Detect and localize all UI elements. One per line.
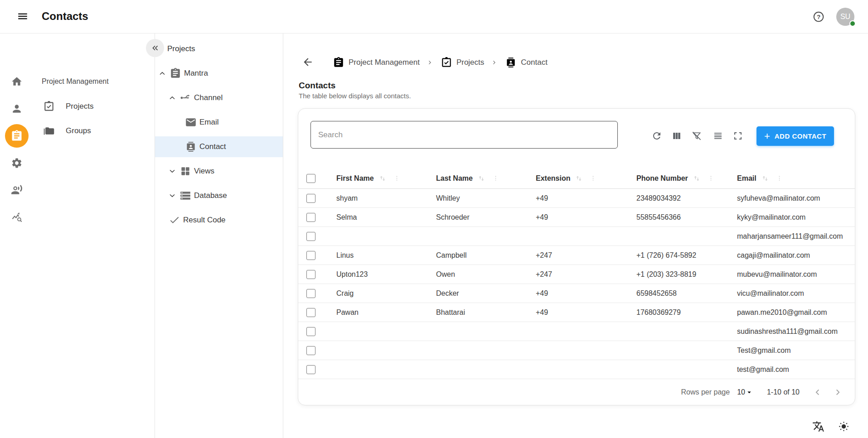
table-cell: sudinashrestha111@gmail.com: [729, 327, 855, 336]
row-checkbox[interactable]: [306, 232, 315, 241]
avatar[interactable]: SU: [836, 8, 854, 26]
tree-item-database[interactable]: Database: [155, 185, 283, 206]
table-cell: Schroeder: [428, 213, 528, 221]
sort-icon[interactable]: [379, 175, 386, 182]
check-icon: [169, 214, 180, 226]
tree-item-label: Views: [194, 167, 214, 176]
column-label: First Name: [336, 174, 374, 183]
search-input[interactable]: [310, 121, 618, 149]
row-checkbox[interactable]: [306, 365, 315, 374]
table-cell: Owen: [428, 270, 528, 279]
folders-icon: [43, 125, 55, 137]
fullscreen-button[interactable]: [730, 128, 746, 144]
rail-button-person[interactable]: [5, 97, 29, 120]
rail-button-home[interactable]: [5, 70, 29, 93]
top-app-bar: Contacts ? SU: [0, 0, 868, 34]
brightness-button[interactable]: [834, 417, 853, 435]
help-button[interactable]: ?: [810, 9, 827, 25]
sort-icon[interactable]: [693, 175, 700, 182]
kebab-icon[interactable]: [393, 175, 400, 182]
plus-icon: +: [764, 131, 770, 141]
menu-icon: [17, 10, 29, 22]
kebab-icon[interactable]: [708, 175, 714, 182]
filter-off-button[interactable]: [689, 128, 704, 144]
table-cell: Selma: [328, 213, 428, 221]
table-cell: vicu@mailinator.com: [729, 289, 855, 298]
tree-item-email[interactable]: Email: [155, 112, 283, 133]
table-cell: Campbell: [428, 251, 528, 260]
tree-item-result-code[interactable]: Result Code: [155, 210, 283, 231]
tree-item-mantra[interactable]: Mantra: [155, 63, 283, 84]
density-button[interactable]: [710, 128, 726, 144]
tree-item-label: Mantra: [184, 69, 208, 78]
kebab-icon[interactable]: [776, 175, 783, 182]
column-label: Phone Number: [636, 174, 688, 183]
table-footer: Rows per page 10 1-10 of 10: [298, 379, 855, 405]
refresh-button[interactable]: [649, 128, 664, 144]
rail-button-settings[interactable]: [5, 151, 29, 175]
sort-icon[interactable]: [575, 175, 582, 182]
column-header-last-name: Last Name: [428, 174, 528, 183]
collapse-panel-button[interactable]: [146, 39, 164, 57]
table-row: SelmaSchroeder+4955855456366kyky@mailina…: [298, 208, 855, 227]
sort-icon[interactable]: [761, 175, 769, 182]
rows-per-page-select[interactable]: 10: [737, 388, 753, 396]
column-label: Extension: [536, 174, 570, 183]
menu-button[interactable]: [14, 8, 32, 26]
breadcrumb-item-projects[interactable]: Projects: [441, 57, 484, 68]
breadcrumb-label: Contact: [521, 58, 548, 67]
sidebar-item-groups[interactable]: Groups: [33, 120, 155, 142]
select-all-checkbox[interactable]: [306, 174, 315, 183]
translate-icon: [812, 420, 824, 433]
tree-item-label: Channel: [194, 93, 223, 102]
rail-button-voice-over[interactable]: [5, 178, 29, 202]
table-row: sudinashrestha111@gmail.com: [298, 322, 855, 341]
contact-card-icon: [505, 57, 517, 68]
settings-icon: [11, 157, 23, 169]
kebab-icon[interactable]: [492, 175, 499, 182]
kebab-icon[interactable]: [590, 175, 596, 182]
page-prev-icon: [813, 387, 823, 397]
next-page-button[interactable]: [831, 386, 844, 399]
row-checkbox[interactable]: [306, 213, 315, 222]
rail-button-query-stats[interactable]: [5, 206, 29, 229]
row-checkbox[interactable]: [306, 194, 315, 203]
chevron-up-icon[interactable]: [167, 92, 178, 103]
row-checkbox[interactable]: [306, 270, 315, 279]
row-checkbox[interactable]: [306, 327, 315, 336]
table-cell: 55855456366: [628, 213, 729, 221]
tree-item-contact[interactable]: Contact: [155, 136, 283, 157]
table-cell: syfuheva@mailinator.com: [729, 194, 855, 202]
translate-button[interactable]: [809, 417, 827, 435]
chevron-up-icon[interactable]: [157, 68, 168, 79]
row-checkbox[interactable]: [306, 346, 315, 355]
tree-item-channel[interactable]: Channel: [155, 87, 283, 108]
back-button[interactable]: [299, 53, 317, 72]
contacts-card: + ADD CONTACT First NameLast NameExtensi…: [298, 108, 855, 405]
checklist-icon: [43, 101, 55, 112]
chevron-down-icon[interactable]: [167, 190, 178, 201]
chevron-down-icon[interactable]: [167, 166, 178, 177]
rail-button-clipboard[interactable]: [5, 124, 29, 148]
sidebar-item-projects[interactable]: Projects: [33, 96, 155, 117]
table-row: CraigDecker+496598452658vicu@mailinator.…: [298, 284, 855, 303]
collapse-icon: [150, 43, 160, 53]
tree-item-label: Email: [199, 118, 219, 127]
row-checkbox[interactable]: [306, 308, 315, 317]
brightness-icon: [838, 420, 850, 433]
sidebar-item-label: Projects: [66, 102, 93, 111]
previous-page-button[interactable]: [811, 386, 824, 399]
view-columns-button[interactable]: [669, 128, 684, 144]
table-header: First NameLast NameExtensionPhone Number…: [298, 168, 855, 189]
breadcrumb-item-contact[interactable]: Contact: [505, 57, 548, 68]
table-cell: 6598452658: [628, 289, 729, 298]
tree-panel-title: Projects: [167, 44, 195, 53]
row-checkbox[interactable]: [306, 251, 315, 260]
row-checkbox[interactable]: [306, 289, 315, 298]
add-contact-button[interactable]: + ADD CONTACT: [756, 126, 834, 146]
table-cell: +49: [528, 194, 628, 202]
tree-item-views[interactable]: Views: [155, 161, 283, 182]
sort-icon[interactable]: [478, 175, 485, 182]
table-cell: +49: [528, 289, 628, 298]
breadcrumb-item-project-management[interactable]: Project Management: [333, 57, 420, 68]
